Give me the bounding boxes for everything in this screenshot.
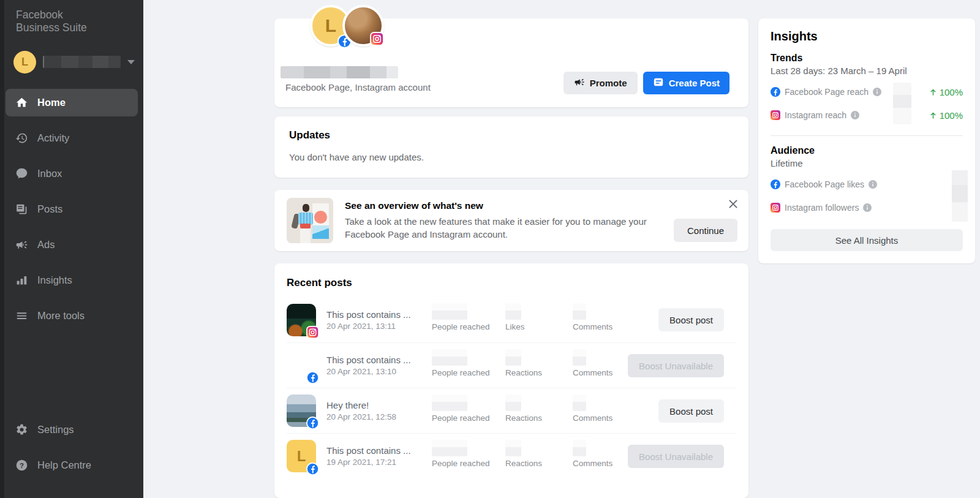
post-stat: Comments xyxy=(573,440,612,468)
account-avatar-initial: L xyxy=(21,56,28,69)
post-stat: Reactions xyxy=(505,394,542,423)
sidebar-nav: Home Activity Inbox Posts Ads xyxy=(0,89,143,338)
post-stat: People reached xyxy=(432,440,490,468)
activity-icon xyxy=(15,131,28,145)
home-icon xyxy=(15,96,28,109)
continue-button[interactable]: Continue xyxy=(674,219,737,242)
post-stat: People reached xyxy=(432,303,490,331)
boost-post-button[interactable]: Boost post xyxy=(658,308,724,331)
recent-posts-card: Recent posts This post contains ... 20 A… xyxy=(274,263,748,498)
sidebar-item-help-centre[interactable]: ? Help Centre xyxy=(6,451,138,479)
instagram-badge-icon xyxy=(771,110,780,120)
instagram-badge-icon xyxy=(771,203,780,213)
insights-title: Insights xyxy=(771,29,963,43)
megaphone-icon xyxy=(15,238,28,251)
audience-range: Lifetime xyxy=(771,158,963,168)
see-all-insights-button[interactable]: See All Insights xyxy=(771,229,963,251)
post-thumbnail: L xyxy=(287,440,316,472)
updates-empty-message: You don't have any new updates. xyxy=(289,152,734,162)
close-icon[interactable] xyxy=(728,198,739,209)
redacted-value xyxy=(432,349,467,366)
recent-posts-list: This post contains ... 20 Apr 2021, 13:1… xyxy=(287,297,736,478)
trend-change: 100% xyxy=(929,87,963,97)
divider xyxy=(771,135,963,136)
sidebar-item-settings[interactable]: Settings xyxy=(6,416,138,443)
create-post-button[interactable]: Create Post xyxy=(643,72,729,94)
post-info: Hey there! 20 Apr 2021, 12:58 xyxy=(326,400,423,421)
center-column: L Facebook Page, Instagram account xyxy=(274,0,748,498)
post-date: 20 Apr 2021, 13:11 xyxy=(326,322,423,331)
post-stat: Comments xyxy=(573,303,612,331)
updates-card: Updates You don't have any new updates. xyxy=(274,116,748,178)
trend-change-value: 100% xyxy=(940,110,963,121)
posts-icon xyxy=(15,202,28,216)
chevron-down-icon xyxy=(127,60,135,64)
info-icon[interactable] xyxy=(863,203,872,212)
trend-change: 100% xyxy=(929,110,963,121)
boost-post-button[interactable]: Boost post xyxy=(658,399,724,423)
sidebar-item-label: Settings xyxy=(37,424,74,436)
audience-title: Audience xyxy=(771,145,963,156)
sidebar-item-home[interactable]: Home xyxy=(6,89,138,116)
post-stat: Comments xyxy=(573,394,612,423)
megaphone-icon xyxy=(574,77,585,89)
post-row: Hey there! 20 Apr 2021, 12:58 People rea… xyxy=(287,388,736,433)
insights-panel: Insights Trends Last 28 days: 23 March –… xyxy=(758,18,975,263)
sidebar-item-label: Home xyxy=(37,97,66,108)
sidebar-item-label: Insights xyxy=(37,274,72,286)
sidebar-item-label: Activity xyxy=(37,132,69,144)
info-icon[interactable] xyxy=(869,180,877,189)
facebook-badge-icon xyxy=(306,462,319,475)
whats-new-card: See an overview of what's new Take a loo… xyxy=(274,190,748,251)
sidebar-item-inbox[interactable]: Inbox xyxy=(6,160,138,187)
post-row: L This post contains ... 19 Apr 2021, 17… xyxy=(287,433,736,478)
arrow-up-icon xyxy=(929,88,937,96)
redacted-value xyxy=(573,440,586,456)
post-stat: People reached xyxy=(432,394,490,423)
metric-row-facebook-reach: Facebook Page reach 100% xyxy=(771,85,963,99)
account-switcher[interactable]: L xyxy=(13,51,135,74)
page-avatars: L xyxy=(310,5,384,47)
app-title: Facebook Business Suite xyxy=(0,0,104,35)
post-stat: Reactions xyxy=(505,349,542,377)
info-icon[interactable] xyxy=(873,88,881,96)
post-info: This post contains ... 20 Apr 2021, 13:1… xyxy=(326,355,423,376)
account-name-redacted xyxy=(43,56,121,68)
boost-unavailable-button: Boost Unavailable xyxy=(628,445,724,468)
whats-new-illustration xyxy=(287,198,333,243)
gear-icon xyxy=(15,423,28,437)
post-date: 20 Apr 2021, 12:58 xyxy=(326,412,423,421)
redacted-value xyxy=(573,303,586,320)
page-name-redacted xyxy=(281,66,398,78)
instagram-badge-icon xyxy=(306,326,319,339)
sidebar-item-more-tools[interactable]: More tools xyxy=(6,302,138,330)
redacted-value xyxy=(432,394,467,411)
info-icon[interactable] xyxy=(851,111,859,119)
post-stat: Likes xyxy=(505,303,525,331)
sidebar-item-label: Ads xyxy=(37,239,55,251)
post-title: This post contains ... xyxy=(326,445,423,456)
sidebar-item-label: More tools xyxy=(37,310,85,322)
instagram-badge-icon xyxy=(370,32,384,46)
sidebar-item-activity[interactable]: Activity xyxy=(6,124,138,152)
menu-lines-icon xyxy=(15,309,28,322)
post-thumbnail xyxy=(287,349,316,382)
sidebar-item-posts[interactable]: Posts xyxy=(6,195,138,223)
create-post-label: Create Post xyxy=(669,78,720,88)
arrow-up-icon xyxy=(929,111,937,119)
redacted-value xyxy=(432,440,467,456)
sidebar-footer-nav: Settings ? Help Centre xyxy=(0,416,143,498)
page-subtitle: Facebook Page, Instagram account xyxy=(285,82,431,92)
redacted-value xyxy=(505,303,521,320)
post-stat: Comments xyxy=(573,349,612,377)
compose-icon xyxy=(653,77,664,89)
promote-button[interactable]: Promote xyxy=(564,72,638,94)
facebook-badge-icon xyxy=(771,87,780,97)
post-row: This post contains ... 20 Apr 2021, 13:1… xyxy=(287,297,736,342)
sidebar-item-ads[interactable]: Ads xyxy=(6,231,138,258)
boost-unavailable-button: Boost Unavailable xyxy=(628,354,724,377)
updates-title: Updates xyxy=(289,129,734,141)
metric-row-instagram-followers: Instagram followers xyxy=(771,201,963,214)
sidebar-item-insights[interactable]: Insights xyxy=(6,266,138,294)
trend-change-value: 100% xyxy=(940,87,963,97)
